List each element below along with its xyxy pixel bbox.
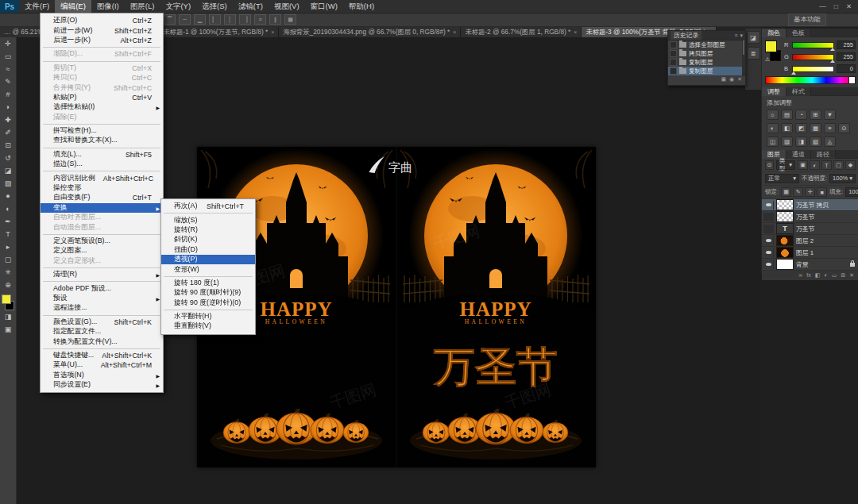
history-source-well[interactable]: [670, 41, 677, 48]
move-tool-icon[interactable]: ✛: [1, 37, 15, 50]
edit-menu-item[interactable]: ▶: [43, 267, 160, 268]
menu-bar-item[interactable]: 图层(L): [125, 0, 160, 13]
edit-menu-item[interactable]: ▶: [43, 348, 160, 349]
workspace-switcher[interactable]: 基本功能: [788, 13, 826, 26]
edit-menu-item[interactable]: 定义图案... ▶: [41, 246, 163, 256]
edit-menu-item[interactable]: 转换为配置文件(V)... ▶: [41, 337, 163, 346]
link-layers-icon[interactable]: ∞: [798, 272, 802, 279]
edit-menu-item[interactable]: 粘贴(P) Ctrl+V ▶: [41, 93, 163, 102]
tab-swatches[interactable]: 色板: [786, 29, 811, 37]
transform-submenu-item[interactable]: 斜切(K) ▶: [161, 235, 255, 244]
transform-submenu-item[interactable]: ▶: [164, 310, 253, 310]
history-scrollbar[interactable]: [742, 40, 745, 76]
edit-menu-item[interactable]: 查找和替换文本(X)... ▶: [41, 136, 163, 145]
edit-menu-item[interactable]: 清理(R) ▶: [41, 270, 163, 279]
layer-visibility-toggle[interactable]: [763, 237, 774, 245]
history-source-well[interactable]: [670, 59, 677, 66]
blend-mode-dropdown[interactable]: 正常 ▾: [765, 174, 799, 183]
tab-adjustments[interactable]: 调整: [762, 87, 786, 96]
collapsed-panel-styles-icon[interactable]: ≣: [747, 47, 760, 60]
brightness-contrast-icon[interactable]: ☼: [767, 110, 779, 120]
edit-menu-item[interactable]: 清除(E) ▶: [41, 113, 163, 122]
curves-icon[interactable]: ◔: [795, 110, 807, 120]
edit-menu-item[interactable]: 变换 ▶: [41, 203, 163, 213]
history-brush-tool-icon[interactable]: ↺: [1, 152, 15, 164]
menu-bar-item[interactable]: 视图(V): [269, 0, 305, 13]
edit-menu-item[interactable]: 剪切(T) Ctrl+X ▶: [41, 63, 163, 73]
opacity-field[interactable]: 100% ▾: [829, 174, 856, 183]
edit-menu-item[interactable]: 定义自定形状... ▶: [41, 256, 163, 266]
align-right-edges-icon[interactable]: ▕: [239, 14, 251, 25]
menu-bar-item[interactable]: 编辑(E): [55, 0, 91, 13]
history-panel-header[interactable]: 历史记录 ≡ ▾: [668, 31, 745, 40]
edit-menu-item[interactable]: 同步设置(E) ▶: [41, 380, 163, 390]
layer-thumbnail[interactable]: [776, 223, 794, 234]
distribute-horizontal-icon[interactable]: ∥: [269, 14, 281, 25]
menu-bar-item[interactable]: 文件(F): [19, 0, 55, 13]
filter-type-layers-icon[interactable]: T: [821, 160, 832, 170]
distribute-vertical-icon[interactable]: ≡: [254, 14, 266, 25]
edit-menu-item[interactable]: ▶: [43, 281, 160, 282]
zoom-tool-icon[interactable]: ⊕: [1, 279, 15, 291]
layer-row[interactable]: 图层 2: [762, 235, 858, 247]
clone-stamp-tool-icon[interactable]: ⊡: [1, 139, 15, 152]
edit-menu-item[interactable]: 描边(S)... ▶: [41, 160, 163, 169]
tab-close-icon[interactable]: ×: [574, 29, 577, 35]
edit-menu-item[interactable]: 首选项(N) ▶: [41, 371, 163, 380]
menu-bar-item[interactable]: 文字(Y): [160, 0, 196, 13]
foreground-background-swatches[interactable]: [1, 294, 15, 310]
lock-position-icon[interactable]: ✛: [805, 187, 815, 197]
layer-row[interactable]: 万圣节 拷贝: [762, 199, 858, 211]
marquee-tool-icon[interactable]: ▭: [1, 50, 15, 63]
hue-saturation-icon[interactable]: ◐: [767, 123, 779, 133]
tab-color[interactable]: 颜色: [762, 29, 786, 37]
color-panel-swatches[interactable]: ⚠: [765, 40, 781, 61]
gradient-tool-icon[interactable]: ▧: [1, 177, 15, 190]
tab-paths[interactable]: 路径: [811, 150, 836, 159]
edit-menu-item[interactable]: 自由变换(F) Ctrl+T ▶: [41, 193, 163, 202]
lock-transparent-pixels-icon[interactable]: ▦: [781, 187, 791, 197]
exposure-icon[interactable]: ⊞: [810, 110, 821, 120]
auto-align-layers-icon[interactable]: ▦: [284, 14, 296, 25]
new-snapshot-icon[interactable]: ◉: [729, 76, 734, 83]
history-state-row[interactable]: 复制图层: [668, 58, 745, 67]
edit-menu-item[interactable]: 选择性粘贴(I) ▶: [41, 102, 163, 112]
blur-tool-icon[interactable]: ●: [1, 190, 15, 202]
transform-submenu-item[interactable]: 垂直翻转(V) ▶: [161, 321, 255, 331]
transform-submenu-item[interactable]: 旋转 180 度(1) ▶: [161, 279, 255, 288]
halloween-poster-document[interactable]: HAPPY HALLOWEEN HAPPY HALLOWEEN 万圣节 字曲 千…: [197, 147, 596, 467]
tab-close-icon[interactable]: ×: [453, 29, 456, 35]
new-document-from-state-icon[interactable]: ▣: [721, 76, 726, 83]
edit-menu-item[interactable]: 渐隐(D)... Shift+Ctrl+F ▶: [41, 49, 163, 59]
align-horizontal-centers-icon[interactable]: │: [224, 14, 236, 25]
transform-submenu-item[interactable]: ▶: [164, 213, 253, 214]
adjustment-layer-icon[interactable]: ◐: [824, 272, 827, 279]
type-tool-icon[interactable]: T: [1, 228, 15, 240]
document-tab[interactable]: 未标题-1 @ 100%(万圣节, RGB/8) * ×: [159, 26, 279, 37]
selective-color-icon[interactable]: ▧: [810, 137, 821, 147]
quick-selection-tool-icon[interactable]: ✎: [1, 75, 15, 88]
posterize-icon[interactable]: ▨: [781, 137, 793, 147]
edit-menu-item[interactable]: 拼写检查(H)... ▶: [41, 126, 163, 136]
transform-submenu-item[interactable]: ▶: [164, 276, 253, 277]
transform-submenu-item[interactable]: 变形(W) ▶: [161, 264, 255, 274]
vibrance-icon[interactable]: ▼: [824, 110, 836, 120]
minimize-icon[interactable]: —: [819, 2, 826, 10]
red-value-field[interactable]: 255: [837, 40, 856, 49]
quick-mask-icon[interactable]: ◨: [1, 310, 15, 323]
edit-menu-item[interactable]: ▶: [43, 47, 160, 48]
edit-menu-item[interactable]: 操控变形 ▶: [41, 183, 163, 193]
layer-row[interactable]: 图层 1: [762, 247, 858, 259]
filter-search-icon[interactable]: ⊙: [765, 160, 774, 170]
edit-menu-item[interactable]: 指定配置文件... ▶: [41, 327, 163, 337]
panel-menu-icon[interactable]: ≡: [734, 33, 737, 39]
history-state-row[interactable]: 拷贝图层: [668, 49, 745, 58]
align-bottom-edges-icon[interactable]: ▁: [194, 14, 206, 25]
healing-brush-tool-icon[interactable]: ✚: [1, 113, 15, 126]
layer-row[interactable]: 万圣节: [762, 211, 858, 223]
layer-visibility-toggle[interactable]: [763, 260, 774, 269]
edit-menu-item[interactable]: ▶: [43, 234, 160, 235]
color-spectrum-bar[interactable]: [765, 76, 856, 84]
close-icon[interactable]: ✕: [846, 2, 852, 10]
edit-menu-item[interactable]: 定义画笔预设(B)... ▶: [41, 237, 163, 246]
